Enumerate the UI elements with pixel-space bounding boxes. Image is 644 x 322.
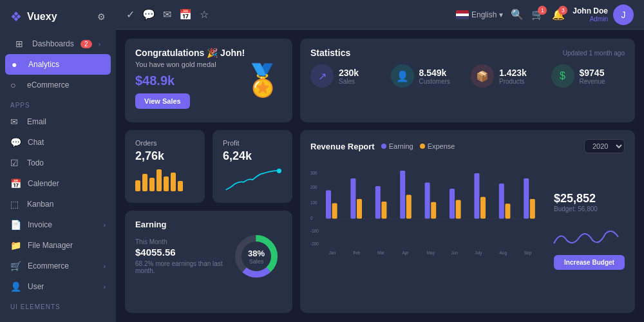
stat-revenue: $ $9745 Revenue: [551, 64, 625, 88]
orders-card: Orders 2,76k: [125, 130, 205, 203]
user-arrow: ›: [104, 283, 106, 290]
svg-rect-24: [480, 197, 486, 219]
bar-segment: [178, 181, 183, 191]
svg-text:Jan: Jan: [329, 251, 336, 255]
mail-icon[interactable]: ✉: [163, 8, 171, 21]
view-sales-button[interactable]: View Sales: [135, 93, 190, 109]
sidebar-item-user[interactable]: 👤 User ›: [0, 276, 116, 297]
ecommerce-label: eCommerce: [27, 80, 106, 90]
svg-text:Jun: Jun: [451, 251, 458, 255]
svg-rect-17: [400, 171, 405, 218]
user-text: John Doe Admin: [573, 6, 608, 23]
donut-sales-label: Sales: [248, 258, 265, 265]
stats-card: Statistics Updated 1 month ago ↗ 230k Sa…: [300, 39, 635, 122]
analytics-icon: ●: [12, 59, 22, 70]
revenue-card: Revenue Report Earning Expense 2020 2019: [300, 130, 635, 313]
svg-text:July: July: [475, 251, 482, 256]
invoice-icon: 📄: [10, 220, 21, 230]
email-label: Email: [27, 117, 106, 126]
language-label: English: [471, 10, 497, 19]
left-cards: Orders 2,76k Profit 6,24k: [125, 130, 292, 313]
revenue-header: Revenue Report Earning Expense 2020 2019: [310, 139, 625, 153]
profit-card: Profit 6,24k: [213, 130, 292, 203]
language-selector[interactable]: English ▾: [456, 10, 503, 19]
svg-rect-13: [350, 178, 355, 218]
bar-segment: [156, 169, 162, 191]
svg-rect-27: [524, 178, 529, 218]
donut-label: 38% Sales: [248, 249, 265, 265]
orders-bars: [135, 168, 194, 191]
sidebar-item-calender[interactable]: 📅 Calender: [0, 173, 116, 194]
user-icon: 👤: [10, 281, 21, 292]
revenue-chart-area: 300 200 100 0 -100 -200: [310, 157, 547, 304]
star-icon[interactable]: ☆: [200, 8, 209, 21]
sidebar-item-file-manager[interactable]: 📁 File Manager: [0, 235, 116, 256]
svg-text:Sep: Sep: [524, 251, 532, 256]
sidebar-item-chat[interactable]: 💬 Chat: [0, 132, 116, 153]
sidebar-item-ecommerce[interactable]: ○ eCommerce: [0, 75, 116, 95]
settings-icon[interactable]: ⚙: [97, 12, 106, 22]
sidebar-item-ecommerce2[interactable]: 🛒 Ecommerce ›: [0, 256, 116, 276]
todo-icon: ☑: [10, 158, 21, 168]
ecommerce-icon: ○: [10, 80, 21, 90]
ecommerce2-icon: 🛒: [10, 261, 21, 271]
sidebar-item-invoice[interactable]: 📄 Invoice ›: [0, 214, 116, 235]
year-select[interactable]: 2020 2019: [584, 139, 625, 153]
avatar: J: [613, 5, 634, 25]
customers-label: Customers: [419, 78, 450, 85]
svg-rect-23: [474, 173, 479, 218]
message-icon[interactable]: 💬: [142, 8, 155, 21]
revenue-body: 300 200 100 0 -100 -200: [310, 157, 625, 304]
earning-note: 68.2% more earnings than last month.: [135, 260, 224, 274]
sales-label: Sales: [339, 78, 359, 85]
increase-budget-button[interactable]: Increase Budget: [554, 255, 625, 270]
sidebar-item-todo[interactable]: ☑ Todo: [0, 153, 116, 173]
revenue-icon: $: [551, 64, 574, 88]
top-row: Congratulations 🎉 John! You have won gol…: [125, 39, 635, 122]
svg-rect-26: [505, 204, 510, 218]
cart-badge: 1: [538, 6, 547, 15]
svg-text:Apr: Apr: [402, 251, 409, 256]
sales-value: 230k: [339, 68, 359, 78]
svg-text:300: 300: [310, 171, 317, 175]
stats-updated: Updated 1 month ago: [563, 50, 625, 57]
apps-section-label: APPS: [0, 95, 116, 111]
orders-value: 2,76k: [135, 149, 194, 163]
legend-earning-label: Earning: [389, 142, 413, 150]
cart-button[interactable]: 🛒 1: [531, 8, 544, 21]
products-label: Products: [499, 78, 527, 85]
dashboards-icon: ⊞: [15, 39, 26, 49]
sidebar-item-dashboards[interactable]: ⊞ Dashboards 2 ›: [5, 33, 111, 54]
revenue-budget: Budget: 56,800: [554, 205, 625, 213]
calendar-header-icon[interactable]: 📅: [179, 8, 192, 21]
svg-rect-14: [357, 199, 362, 218]
stats-row: ↗ 230k Sales 👤 8.549k Customers: [310, 64, 625, 88]
kanban-label: Kanban: [27, 200, 106, 209]
svg-rect-19: [425, 182, 430, 218]
sidebar-item-kanban[interactable]: ⬚ Kanban: [0, 194, 116, 214]
expense-dot: [420, 144, 425, 149]
check-icon[interactable]: ✓: [126, 8, 135, 21]
us-flag: [456, 10, 469, 19]
congrats-title: Congratulations 🎉 John!: [135, 48, 282, 58]
sidebar-nav: ⊞ Dashboards 2 › ● Analytics ○ eCommerce…: [0, 33, 116, 322]
svg-rect-16: [381, 202, 386, 218]
congrats-card: Congratulations 🎉 John! You have won gol…: [125, 39, 292, 122]
notification-button[interactable]: 🔔 3: [552, 8, 565, 21]
lower-content: Orders 2,76k Profit 6,24k: [125, 130, 635, 313]
orders-title: Orders: [135, 139, 194, 147]
search-icon[interactable]: 🔍: [511, 8, 524, 21]
svg-rect-21: [450, 189, 455, 218]
user-profile[interactable]: John Doe Admin J: [573, 5, 634, 25]
svg-text:-200: -200: [310, 242, 319, 246]
chat-icon: 💬: [10, 137, 21, 147]
sidebar-item-email[interactable]: ✉ Email: [0, 111, 116, 132]
user-label: User: [28, 282, 97, 291]
donut-pct: 38%: [248, 249, 265, 258]
svg-text:200: 200: [310, 185, 317, 189]
products-value: 1.423k: [499, 68, 527, 78]
svg-text:Feb: Feb: [353, 251, 360, 255]
stat-sales-text: 230k Sales: [339, 68, 359, 85]
sidebar-item-analytics[interactable]: ● Analytics: [5, 54, 111, 75]
stats-header: Statistics Updated 1 month ago: [310, 48, 625, 58]
